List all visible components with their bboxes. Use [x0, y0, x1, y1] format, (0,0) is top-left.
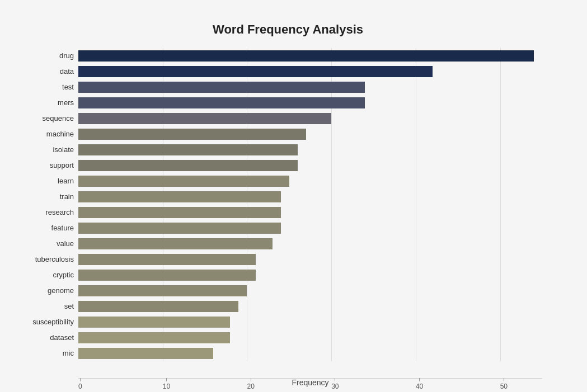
x-axis-title: Frequency	[78, 378, 542, 387]
bar-label: isolate	[20, 145, 78, 154]
bar-label: genome	[20, 286, 78, 295]
bar-label: tuberculosis	[20, 255, 78, 263]
bars-wrapper: drugdatatestmerssequencemachineisolatesu…	[17, 48, 559, 392]
bar-row: cryptic	[78, 267, 542, 282]
bar-label: sequence	[20, 114, 78, 122]
bar	[78, 223, 281, 234]
bar	[78, 317, 230, 328]
bar-row: research	[78, 205, 542, 220]
bar-row: value	[78, 236, 542, 251]
bar-row: train	[78, 189, 542, 204]
bar-row: mers	[78, 95, 542, 110]
bar	[78, 238, 273, 249]
x-tick: 30	[331, 378, 339, 390]
bar	[78, 332, 230, 343]
bar	[78, 113, 331, 124]
bar	[78, 301, 238, 312]
x-tick-label: 40	[416, 382, 423, 390]
x-tick-line	[504, 378, 504, 381]
bar-label: mic	[20, 349, 78, 357]
bar-label: mers	[20, 98, 78, 107]
x-tick-label: 0	[78, 382, 82, 390]
bar	[78, 270, 256, 281]
bar-row: set	[78, 299, 542, 314]
bar-label: value	[20, 239, 78, 248]
bar-row: sequence	[78, 111, 542, 126]
bar-label: feature	[20, 224, 78, 232]
bar-label: drug	[20, 51, 78, 60]
bar-row: susceptibility	[78, 314, 542, 329]
bar-row: mic	[78, 346, 542, 361]
bar-row: test	[78, 79, 542, 95]
bar-label: machine	[20, 130, 78, 138]
bar-label: train	[20, 192, 78, 201]
x-tick: 20	[247, 378, 254, 390]
x-tick-label: 50	[500, 382, 508, 390]
x-tick: 50	[500, 378, 508, 390]
chart-title: Word Frequency Analysis	[17, 22, 559, 37]
bar-label: learn	[20, 177, 78, 185]
bar-row: data	[78, 64, 542, 79]
x-tick-line	[80, 378, 81, 381]
bar	[78, 50, 534, 62]
bar	[78, 97, 365, 108]
bar-label: set	[20, 302, 78, 310]
bar-row: genome	[78, 283, 542, 298]
bar-row: drug	[78, 48, 542, 63]
bar-row: learn	[78, 173, 542, 188]
x-tick-line	[251, 378, 251, 381]
x-tick-line	[419, 378, 420, 381]
bar-label: dataset	[20, 333, 78, 342]
bar	[78, 66, 433, 77]
bar-label: research	[20, 208, 78, 216]
x-tick-line	[166, 378, 167, 381]
x-axis-line	[78, 378, 542, 379]
bar-row: isolate	[78, 142, 542, 157]
bar	[78, 160, 298, 171]
bar-row: machine	[78, 126, 542, 141]
chart-container: Word Frequency Analysis drugdatatestmers…	[11, 11, 576, 392]
x-tick-line	[335, 378, 335, 381]
bar-label: support	[20, 161, 78, 169]
bar	[78, 176, 289, 187]
x-tick: 0	[78, 378, 82, 390]
x-tick: 40	[416, 378, 423, 390]
bar	[78, 285, 247, 296]
bar	[78, 207, 281, 218]
x-tick-label: 10	[163, 382, 170, 390]
chart-area: drugdatatestmerssequencemachineisolatesu…	[78, 48, 542, 361]
bar-row: tuberculosis	[78, 252, 542, 267]
bar-row: dataset	[78, 330, 542, 345]
bar-label: data	[20, 67, 78, 75]
bar-label: cryptic	[20, 271, 78, 279]
bar-row: feature	[78, 220, 542, 235]
bar	[78, 191, 281, 202]
x-tick-label: 30	[331, 382, 339, 390]
bar	[78, 129, 306, 140]
bar	[78, 254, 256, 265]
bar	[78, 144, 298, 155]
x-tick: 10	[163, 378, 170, 390]
bar-label: susceptibility	[20, 318, 78, 326]
bar	[78, 348, 213, 359]
bar-label: test	[20, 83, 78, 91]
bar	[78, 82, 365, 93]
x-axis-container: 01020304050 Frequency	[78, 378, 542, 392]
bar-row: support	[78, 158, 542, 173]
x-tick-label: 20	[247, 382, 254, 390]
